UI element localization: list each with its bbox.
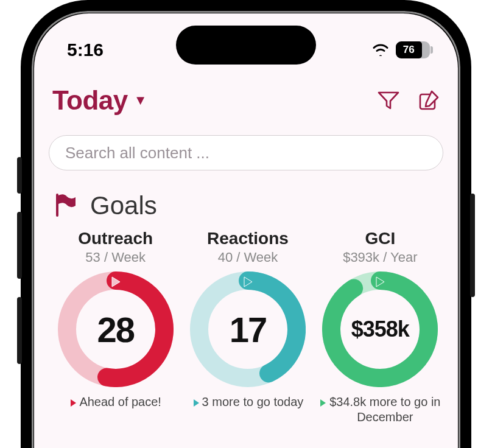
goal-card[interactable]: Reactions 40 / Week 17 3 more to go toda… [184, 229, 311, 425]
header: Today ▼ [52, 85, 441, 116]
goal-note-text: Ahead of pace! [79, 394, 161, 410]
compose-button[interactable] [416, 88, 441, 113]
goal-title: Outreach [78, 229, 153, 248]
screen: 5:16 76 Today ▼ [34, 13, 458, 448]
funnel-icon [377, 90, 400, 111]
flag-icon [52, 192, 77, 219]
goals-header: Goals [52, 191, 443, 220]
goal-card[interactable]: Outreach 53 / Week 28 Ahead of pace! [52, 229, 178, 425]
filter-button[interactable] [376, 88, 401, 113]
battery-level: 76 [396, 41, 422, 58]
goal-center-value: 17 [190, 271, 306, 387]
compose-icon [417, 89, 440, 112]
goal-subtitle: 53 / Week [85, 250, 146, 265]
goal-center-value: $358k [322, 271, 438, 387]
view-picker[interactable]: Today ▼ [52, 85, 147, 116]
goal-ring: 28 [58, 271, 174, 387]
dynamic-island [176, 26, 316, 65]
goal-subtitle: $393k / Year [343, 250, 417, 265]
goal-title: Reactions [207, 229, 289, 248]
search-input[interactable] [49, 135, 443, 170]
goal-center-value: 28 [58, 271, 174, 387]
goal-note-text: 3 more to go today [202, 394, 304, 410]
goals-row: Outreach 53 / Week 28 Ahead of pace! Rea… [52, 229, 443, 425]
caret-right-icon [192, 396, 200, 411]
phone-side-button [17, 157, 22, 194]
battery-icon: 76 [396, 41, 430, 58]
goal-ring: 17 [190, 271, 306, 387]
goals-section: Goals Outreach 53 / Week 28 Ahead of [52, 191, 443, 425]
search-bar [49, 135, 443, 170]
phone-side-button [470, 194, 475, 297]
caret-right-icon [319, 396, 326, 411]
status-right: 76 [371, 40, 430, 60]
chevron-down-icon: ▼ [134, 93, 147, 108]
phone-side-button [17, 297, 22, 364]
goal-ring: $358k [322, 271, 438, 387]
phone-frame: 5:16 76 Today ▼ [21, 0, 471, 448]
goal-note: Ahead of pace! [69, 394, 161, 411]
goal-note: 3 more to go today [192, 394, 304, 411]
goal-card[interactable]: GCI $393k / Year $358k $34.8k more to go… [317, 229, 443, 425]
goal-subtitle: 40 / Week [218, 250, 278, 265]
goals-title: Goals [90, 191, 157, 220]
phone-side-button [17, 212, 22, 279]
goal-note-text: $34.8k more to go in December [329, 394, 441, 425]
page-title: Today [52, 85, 128, 116]
goal-title: GCI [365, 229, 395, 248]
status-time: 5:16 [67, 40, 104, 60]
caret-right-icon [69, 396, 77, 411]
wifi-icon [371, 40, 390, 60]
goal-note: $34.8k more to go in December [319, 394, 441, 425]
